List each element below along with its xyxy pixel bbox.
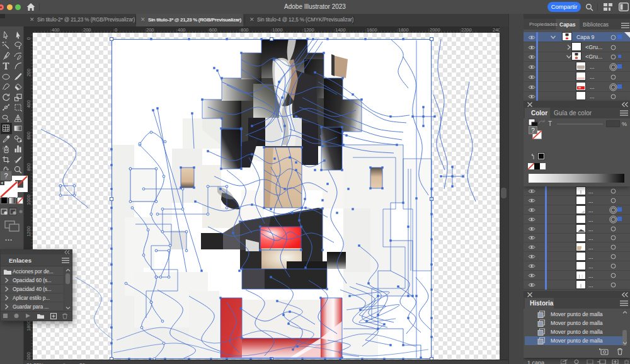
svg-text:0: 0 (115, 27, 117, 33)
svg-text:1200: 1200 (304, 27, 314, 33)
svg-text:600: 600 (209, 27, 217, 33)
svg-text:400: 400 (178, 27, 186, 33)
svg-text:400: 400 (26, 100, 32, 108)
svg-text:0: 0 (26, 37, 32, 40)
svg-text:2000: 2000 (26, 352, 32, 360)
svg-text:1000: 1000 (272, 27, 283, 33)
svg-text:1400: 1400 (335, 27, 346, 33)
svg-text:800: 800 (241, 27, 249, 33)
svg-text:200: 200 (83, 27, 91, 33)
svg-text:1800: 1800 (398, 27, 409, 33)
svg-text:1200: 1200 (26, 226, 32, 237)
svg-text:800: 800 (26, 163, 32, 171)
svg-text:2000: 2000 (430, 27, 440, 33)
svg-text:200: 200 (146, 27, 154, 33)
svg-text:200: 200 (26, 69, 32, 77)
svg-text:600: 600 (26, 132, 32, 140)
svg-text:400: 400 (52, 27, 60, 33)
svg-text:2200: 2200 (461, 27, 472, 33)
svg-text:1800: 1800 (26, 321, 32, 331)
svg-text:1600: 1600 (367, 27, 377, 33)
